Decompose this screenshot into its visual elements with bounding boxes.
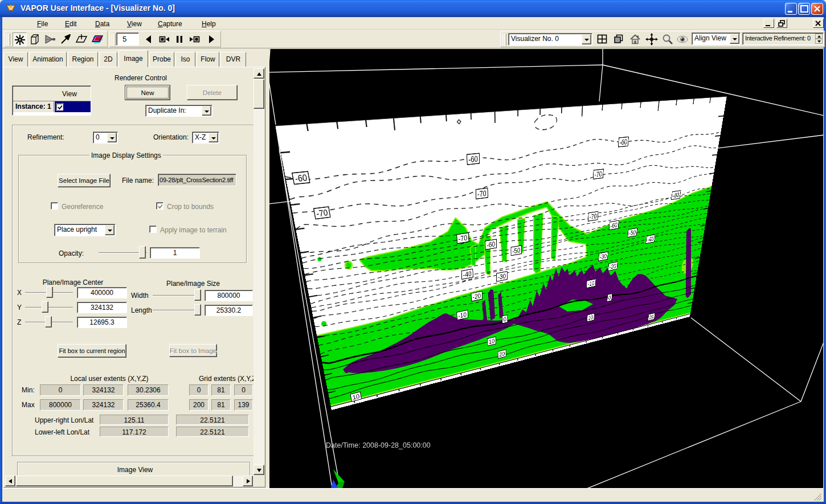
menu-edit[interactable]: Edit: [62, 19, 80, 28]
vscroll-thumb[interactable]: [253, 79, 264, 109]
region-mode-button[interactable]: [28, 32, 42, 47]
play-reverse-button[interactable]: [142, 32, 156, 47]
instance-view-cell[interactable]: [55, 101, 91, 112]
length-slider-handle[interactable]: [194, 304, 201, 315]
window-frame-left: [0, 17, 2, 502]
opacity-slider-handle[interactable]: [139, 246, 146, 259]
menu-data[interactable]: Data: [92, 19, 113, 28]
tab-image[interactable]: Image: [118, 50, 148, 67]
vscroll-down-button[interactable]: [253, 465, 264, 475]
tab-flow[interactable]: Flow: [197, 52, 219, 67]
tab-iso[interactable]: Iso: [175, 52, 195, 67]
duplicate-in-arrow-icon[interactable]: [202, 106, 211, 116]
mdi-minimize-button[interactable]: [763, 19, 774, 28]
frame-counter-field[interactable]: 5: [116, 32, 139, 46]
spin-down-button[interactable]: [815, 39, 823, 44]
translate-mode-button[interactable]: [59, 32, 73, 47]
minimize-button[interactable]: [785, 3, 797, 15]
instance-view-checkbox[interactable]: [56, 103, 63, 110]
cascade-windows-button[interactable]: [612, 32, 626, 47]
hscroll-thumb[interactable]: [16, 476, 233, 486]
delete-instance-button[interactable]: Delete: [187, 85, 238, 100]
toolbar-grip[interactable]: [502, 34, 506, 46]
play-forward-button[interactable]: [205, 32, 219, 47]
x-value-field[interactable]: 400000: [77, 287, 127, 298]
lower-left-lat-cell: 22.5121: [176, 427, 249, 437]
tab-animation[interactable]: Animation: [29, 52, 67, 67]
min-z-cell: 30.2306: [128, 384, 169, 396]
width-slider-groove: [153, 295, 194, 296]
opacity-value-field[interactable]: 1: [150, 247, 200, 259]
min-grid-y-cell: 81: [211, 384, 231, 396]
y-value-field[interactable]: 324132: [77, 302, 127, 313]
align-view-select[interactable]: Align View: [692, 32, 741, 45]
visualizer-select-value: Visualizer No. 0: [511, 35, 559, 43]
visibility-eye-button[interactable]: [676, 32, 690, 47]
x-slider-handle[interactable]: [46, 286, 53, 298]
menu-help[interactable]: Help: [198, 19, 219, 28]
home-view-button[interactable]: [628, 32, 643, 47]
center-view-button[interactable]: [645, 32, 659, 47]
hscroll-left-button[interactable]: [5, 476, 15, 486]
menu-file[interactable]: File: [34, 19, 51, 28]
width-value-field[interactable]: 800000: [205, 290, 253, 301]
toolbar-grip[interactable]: [111, 34, 115, 46]
navigation-mode-button[interactable]: [13, 32, 27, 47]
fit-box-region-button[interactable]: Fit box to current region: [58, 344, 126, 358]
panel-vscrollbar-track[interactable]: [253, 68, 264, 475]
z-value-field[interactable]: 12695.3: [77, 317, 127, 328]
pause-button[interactable]: [173, 32, 187, 47]
width-slider-handle[interactable]: [194, 289, 201, 301]
z-slider-handle[interactable]: [45, 316, 52, 327]
image-mode-button[interactable]: [91, 32, 105, 47]
refinement-select[interactable]: 0: [93, 132, 118, 144]
close-button[interactable]: [811, 3, 823, 15]
menu-capture[interactable]: Capture: [154, 19, 186, 28]
tab-region[interactable]: Region: [68, 52, 98, 67]
placement-select[interactable]: Place upright: [54, 224, 116, 236]
step-back-button[interactable]: [157, 32, 171, 47]
z-slider-label: Z: [17, 318, 21, 326]
tab-view[interactable]: View: [3, 52, 28, 67]
length-value-field[interactable]: 25330.2: [205, 305, 253, 316]
interactive-refinement-value: Interactive Refinement: 0: [745, 35, 811, 42]
maximize-button[interactable]: [798, 3, 810, 15]
toolbar-grip[interactable]: [6, 34, 10, 46]
spin-up-button[interactable]: [815, 34, 823, 39]
opacity-label: Opacity:: [48, 249, 84, 257]
visualizer-3d-viewport[interactable]: -60-60-60-70-70-70-80-70-60-50-40-70-60-…: [269, 49, 823, 488]
visualizer-select-arrow-icon[interactable]: [582, 34, 591, 44]
tile-windows-button[interactable]: [595, 32, 610, 47]
crop-to-bounds-checkbox[interactable]: [156, 202, 163, 210]
resize-grip-icon[interactable]: [813, 493, 821, 501]
new-instance-button[interactable]: New: [125, 85, 170, 100]
visualizer-select[interactable]: Visualizer No. 0: [508, 33, 592, 46]
tab-2d[interactable]: 2D: [99, 52, 117, 67]
georeference-checkbox[interactable]: [51, 202, 58, 210]
file-name-field[interactable]: 09-28/plt_CrossSection2.tiff: [158, 174, 236, 186]
select-image-file-button[interactable]: Select Image File: [58, 174, 111, 187]
zoom-button[interactable]: [661, 32, 675, 47]
upper-right-lonlat-label: Upper-right Lon/Lat: [35, 416, 89, 424]
probe-mode-button[interactable]: [75, 32, 89, 47]
mdi-close-button[interactable]: [813, 19, 824, 28]
fit-box-image-button[interactable]: Fit box to Image: [169, 344, 217, 357]
hscroll-right-button[interactable]: [243, 476, 253, 486]
align-view-arrow-icon[interactable]: [730, 34, 739, 44]
apply-terrain-checkbox[interactable]: [149, 226, 157, 233]
duplicate-in-select[interactable]: Duplicate In:: [145, 105, 212, 117]
menu-view[interactable]: View: [124, 19, 145, 28]
mdi-restore-button[interactable]: [776, 19, 787, 28]
y-slider-handle[interactable]: [42, 301, 48, 313]
vscroll-up-button[interactable]: [253, 68, 264, 79]
rake-mode-button[interactable]: [43, 32, 58, 47]
refinement-arrow-icon[interactable]: [107, 133, 117, 142]
interactive-refinement-spinbox[interactable]: Interactive Refinement: 0: [742, 32, 824, 45]
placement-arrow-icon[interactable]: [105, 225, 115, 235]
tab-dvr[interactable]: DVR: [220, 52, 246, 67]
orientation-arrow-icon[interactable]: [208, 133, 218, 142]
min-grid-x-cell: 0: [189, 384, 208, 396]
tab-probe[interactable]: Probe: [149, 52, 174, 67]
orientation-select[interactable]: X-Z: [192, 132, 219, 144]
step-forward-button[interactable]: [188, 32, 202, 47]
